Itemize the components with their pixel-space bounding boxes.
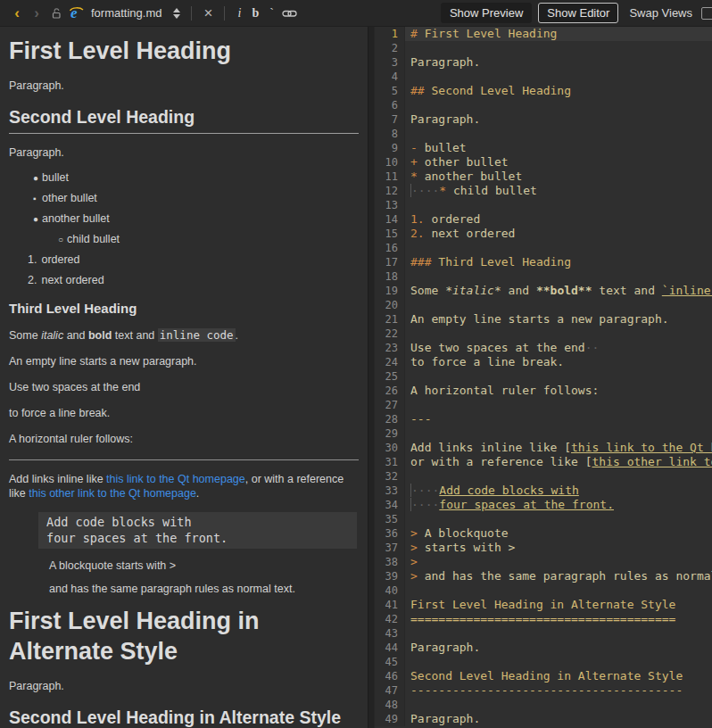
document-switcher-icon[interactable]: [169, 4, 185, 23]
line-number[interactable]: 39: [375, 569, 405, 583]
line-number[interactable]: 16: [375, 241, 405, 255]
line-number[interactable]: 49: [375, 712, 405, 726]
editor-line-content[interactable]: [405, 626, 712, 641]
editor-line-content[interactable]: ---------------------------------------: [405, 683, 712, 698]
editor-line[interactable]: 141. ordered: [375, 212, 712, 227]
bold-button[interactable]: b: [247, 6, 263, 21]
editor-line-content[interactable]: [405, 127, 712, 141]
line-number[interactable]: 6: [375, 98, 405, 112]
line-number[interactable]: 46: [375, 669, 405, 683]
line-number[interactable]: 26: [375, 384, 405, 398]
editor-line[interactable]: 152. next ordered: [375, 227, 712, 241]
editor-mode-icon[interactable]: [701, 7, 712, 20]
editor-line[interactable]: 25: [375, 369, 712, 384]
editor-line[interactable]: 41First Level Heading in Alternate Style: [375, 598, 712, 612]
editor-line-content[interactable]: [405, 512, 712, 526]
editor-line-content[interactable]: ---: [405, 412, 712, 426]
line-number[interactable]: 42: [375, 612, 405, 626]
show-preview-button[interactable]: Show Preview: [441, 3, 532, 23]
editor-line[interactable]: 8: [375, 127, 712, 141]
close-document-icon[interactable]: ×: [198, 4, 218, 23]
editor-line[interactable]: 37> starts with >: [375, 541, 712, 555]
editor-line-content[interactable]: > and has the same paragraph rules as no…: [405, 569, 712, 583]
editor-line[interactable]: 10+ other bullet: [375, 155, 712, 170]
line-number[interactable]: 5: [375, 84, 405, 98]
editor-line-content[interactable]: [405, 369, 712, 384]
editor-line-content[interactable]: ## Second Level Heading: [405, 84, 712, 98]
line-number[interactable]: 23: [375, 341, 405, 355]
editor-line[interactable]: 34····four spaces at the front.: [375, 498, 712, 512]
line-number[interactable]: 9: [375, 141, 405, 155]
editor-line[interactable]: 23Use two spaces at the end··: [375, 341, 712, 355]
line-number[interactable]: 34: [375, 498, 405, 512]
editor-line-content[interactable]: Paragraph.: [405, 641, 712, 655]
pane-splitter[interactable]: [368, 27, 375, 728]
line-number[interactable]: 25: [375, 369, 405, 384]
editor-line-content[interactable]: Paragraph.: [405, 55, 712, 70]
line-number[interactable]: 44: [375, 641, 405, 655]
editor-line-content[interactable]: A horizontal ruler follows:: [405, 384, 712, 398]
line-number[interactable]: 8: [375, 127, 405, 141]
editor-line-content[interactable]: Add links inline like [this link to the …: [405, 441, 712, 455]
forward-icon[interactable]: ›: [27, 4, 46, 23]
editor-line[interactable]: 35: [375, 512, 712, 526]
editor-line[interactable]: 22: [375, 327, 712, 341]
editor-line[interactable]: 4: [375, 70, 712, 84]
editor-line-content[interactable]: 1. ordered: [405, 212, 712, 227]
line-number[interactable]: 22: [375, 327, 405, 341]
line-number[interactable]: 14: [375, 212, 405, 227]
editor-line[interactable]: 16: [375, 241, 712, 255]
line-number[interactable]: 47: [375, 683, 405, 698]
show-editor-button[interactable]: Show Editor: [538, 3, 618, 23]
editor-line-content[interactable]: Second Level Heading in Alternate Style: [405, 669, 712, 683]
editor-line-content[interactable]: - bullet: [405, 141, 712, 155]
editor-line-content[interactable]: Some *italic* and **bold** text and `inl…: [405, 284, 712, 298]
editor-line-content[interactable]: [405, 327, 712, 341]
back-icon[interactable]: ‹: [7, 4, 27, 23]
editor-line[interactable]: 27: [375, 398, 712, 412]
line-number[interactable]: 35: [375, 512, 405, 526]
markdown-source-editor[interactable]: 1# First Level Heading23Paragraph.45## S…: [375, 27, 712, 728]
markdown-preview-pane[interactable]: First Level HeadingParagraph.Second Leve…: [0, 27, 368, 728]
line-number[interactable]: 19: [375, 284, 405, 298]
editor-line-content[interactable]: [405, 469, 712, 484]
editor-line[interactable]: 39> and has the same paragraph rules as …: [375, 569, 712, 583]
editor-line[interactable]: 5## Second Level Heading: [375, 84, 712, 98]
line-number[interactable]: 11: [375, 170, 405, 184]
line-number[interactable]: 37: [375, 541, 405, 555]
editor-line-content[interactable]: [405, 698, 712, 712]
editor-line[interactable]: 49Paragraph.: [375, 712, 712, 726]
editor-line-content[interactable]: [405, 655, 712, 669]
line-number[interactable]: 3: [375, 55, 405, 70]
line-number[interactable]: 36: [375, 526, 405, 541]
line-number[interactable]: 12: [375, 184, 405, 198]
line-number[interactable]: 18: [375, 269, 405, 284]
editor-line[interactable]: 40: [375, 583, 712, 598]
editor-line[interactable]: 43: [375, 626, 712, 641]
editor-line-content[interactable]: An empty line starts a new paragraph.: [405, 312, 712, 327]
editor-line-content[interactable]: First Level Heading in Alternate Style: [405, 598, 712, 612]
line-number[interactable]: 33: [375, 484, 405, 498]
editor-line[interactable]: 24to force a line break.: [375, 355, 712, 369]
editor-line-content[interactable]: ····* child bullet: [405, 184, 712, 198]
line-number[interactable]: 41: [375, 598, 405, 612]
editor-line-content[interactable]: [405, 269, 712, 284]
editor-line-content[interactable]: >: [405, 555, 712, 569]
inline-code-button[interactable]: `: [263, 6, 279, 21]
editor-line-content[interactable]: ### Third Level Heading: [405, 255, 712, 269]
editor-line[interactable]: 1# First Level Heading: [375, 27, 712, 41]
editor-line-content[interactable]: 2. next ordered: [405, 227, 712, 241]
editor-line[interactable]: 33····Add code blocks with: [375, 484, 712, 498]
editor-line[interactable]: 17### Third Level Heading: [375, 255, 712, 269]
editor-line-content[interactable]: [405, 41, 712, 55]
editor-line[interactable]: 28---: [375, 412, 712, 426]
editor-line[interactable]: 21An empty line starts a new paragraph.: [375, 312, 712, 327]
editor-line-content[interactable]: ======================================: [405, 612, 712, 626]
line-number[interactable]: 1: [375, 27, 405, 41]
editor-line[interactable]: 32: [375, 469, 712, 484]
editor-line-content[interactable]: Use two spaces at the end··: [405, 341, 712, 355]
editor-line-content[interactable]: * another bullet: [405, 170, 712, 184]
line-number[interactable]: 21: [375, 312, 405, 327]
editor-line-content[interactable]: [405, 298, 712, 312]
line-number[interactable]: 17: [375, 255, 405, 269]
